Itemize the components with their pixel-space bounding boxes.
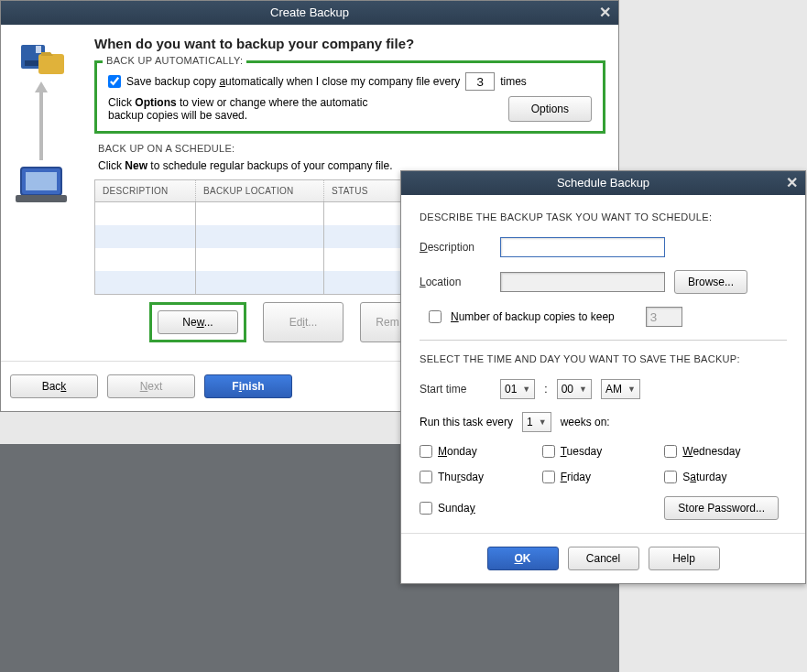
friday-label: Friday — [561, 471, 591, 483]
describe-header: DESCRIBE THE BACKUP TASK YOU WANT TO SCH… — [420, 211, 787, 222]
thursday-checkbox[interactable] — [420, 471, 432, 483]
monday-checkbox[interactable] — [420, 445, 432, 458]
th-description: DESCRIPTION — [95, 180, 196, 201]
svg-rect-2 — [36, 46, 41, 53]
hour-select[interactable]: 01▼ — [500, 379, 535, 399]
location-label: Location — [420, 276, 491, 288]
options-button[interactable]: Options — [508, 96, 592, 122]
edit-button[interactable]: Edit... — [263, 302, 344, 342]
window-title-2: Schedule Backup — [557, 176, 649, 190]
time-colon: : — [544, 383, 547, 396]
description-input[interactable] — [500, 237, 665, 257]
close-icon[interactable]: ✕ — [599, 1, 611, 25]
copies-checkbox[interactable] — [429, 310, 442, 323]
chevron-down-icon: ▼ — [627, 385, 636, 394]
saturday-checkbox[interactable] — [664, 471, 677, 483]
auto-section-title: BACK UP AUTOMATICALLY: — [103, 55, 246, 66]
chevron-down-icon: ▼ — [522, 385, 530, 394]
sunday-checkbox[interactable] — [420, 502, 432, 515]
options-hint: Click Options to view or change where th… — [108, 96, 374, 122]
thursday-label: Thursday — [438, 471, 484, 483]
ampm-select[interactable]: AM▼ — [601, 379, 640, 399]
svg-rect-7 — [16, 195, 67, 202]
start-time-label: Start time — [420, 383, 491, 396]
close-icon-2[interactable]: ✕ — [786, 171, 798, 195]
description-label: Description — [420, 241, 491, 254]
minute-select[interactable]: 00▼ — [557, 379, 592, 399]
auto-backup-times-suffix: times — [500, 75, 527, 88]
copies-input — [646, 307, 682, 327]
weeks-select[interactable]: 1▼ — [522, 412, 551, 432]
auto-backup-section: BACK UP AUTOMATICALLY: Save backup copy … — [94, 60, 605, 134]
copies-label: Number of backup copies to keep — [451, 310, 615, 323]
saturday-label: Saturday — [682, 471, 726, 483]
run-every-prefix: Run this task every — [420, 416, 513, 428]
store-password-button[interactable]: Store Password... — [664, 496, 779, 520]
svg-marker-4 — [35, 81, 48, 92]
monday-label: Monday — [438, 445, 477, 458]
back-button[interactable]: Back — [10, 374, 98, 398]
tuesday-label: Tuesday — [561, 445, 603, 458]
wednesday-checkbox[interactable] — [664, 445, 677, 458]
window-title: Create Backup — [270, 5, 349, 19]
finish-button[interactable]: Finish — [204, 374, 292, 398]
run-every-suffix: weeks on: — [561, 416, 610, 428]
wizard-sidebar — [1, 25, 82, 361]
sunday-label: Sunday — [438, 502, 475, 515]
help-button[interactable]: Help — [649, 547, 720, 570]
svg-rect-6 — [26, 172, 57, 190]
new-button[interactable]: New... — [158, 310, 238, 334]
time-header: SELECT THE TIME AND DAY YOU WANT TO SAVE… — [420, 353, 787, 364]
wednesday-label: Wednesday — [682, 445, 740, 458]
location-input[interactable] — [500, 272, 665, 292]
auto-backup-times-input[interactable] — [465, 72, 495, 91]
schedule-backup-window: Schedule Backup ✕ DESCRIBE THE BACKUP TA… — [400, 170, 806, 584]
browse-button[interactable]: Browse... — [674, 270, 747, 294]
backup-flow-icon — [8, 32, 74, 215]
chevron-down-icon: ▼ — [539, 417, 547, 427]
next-button[interactable]: Next — [107, 374, 195, 398]
auto-backup-label: Save backup copy automatically when I cl… — [126, 75, 460, 88]
ok-button[interactable]: OK — [487, 547, 559, 570]
auto-backup-checkbox[interactable] — [108, 75, 121, 88]
new-button-highlight: New... — [149, 302, 246, 342]
chevron-down-icon: ▼ — [579, 385, 587, 394]
titlebar-schedule-backup: Schedule Backup ✕ — [401, 171, 805, 195]
page-heading: When do you want to backup your company … — [94, 36, 605, 51]
cancel-button[interactable]: Cancel — [568, 547, 639, 570]
tuesday-checkbox[interactable] — [542, 445, 555, 458]
titlebar-create-backup: Create Backup ✕ — [1, 1, 618, 25]
schedule-section-title: BACK UP ON A SCHEDULE: — [98, 143, 605, 154]
th-location: BACKUP LOCATION — [196, 180, 324, 201]
friday-checkbox[interactable] — [542, 471, 555, 483]
